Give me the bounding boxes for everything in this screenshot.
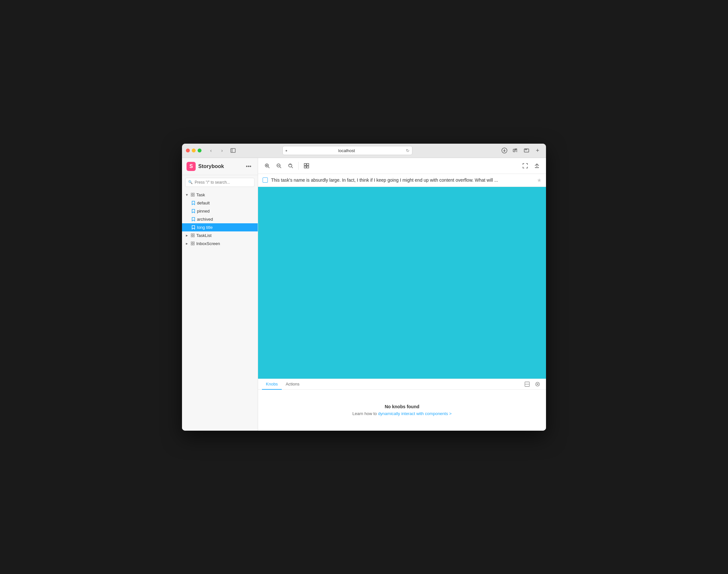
bottom-tabs: Knobs Actions	[258, 379, 546, 390]
tab-button[interactable]	[522, 146, 531, 155]
title-bar-right: +	[500, 146, 542, 155]
svg-line-21	[268, 167, 269, 168]
sidebar-item-default-label: default	[197, 201, 210, 205]
bottom-tab-right	[523, 380, 542, 389]
sidebar-item-pinned-label: pinned	[197, 209, 210, 213]
search-icon: 🔍	[188, 180, 193, 184]
zoom-out-button[interactable]	[274, 161, 284, 171]
more-dots: •••	[246, 163, 252, 169]
sidebar-item-long-title[interactable]: long title	[182, 223, 258, 232]
story-preview: This task's name is absurdly large. In f…	[258, 174, 546, 379]
task-checkbox[interactable]	[263, 177, 268, 183]
main-content: S Storybook ••• 🔍 ▼	[182, 158, 546, 430]
bottom-panel: Knobs Actions	[258, 379, 546, 430]
share-story-button[interactable]	[532, 161, 542, 171]
forward-button[interactable]: ›	[218, 146, 226, 155]
download-button[interactable]	[500, 146, 509, 155]
refresh-icon[interactable]: ↻	[406, 148, 410, 153]
maximize-button[interactable]	[198, 149, 202, 153]
sidebar-item-inboxscreen-label: InboxScreen	[196, 241, 220, 246]
url-text: localhost	[289, 148, 404, 153]
svg-rect-9	[193, 193, 195, 194]
back-button[interactable]: ‹	[207, 146, 215, 155]
svg-rect-17	[193, 242, 195, 243]
svg-rect-31	[304, 166, 306, 168]
tab-knobs[interactable]: Knobs	[262, 379, 282, 390]
right-panel: This task's name is absurdly large. In f…	[258, 158, 546, 430]
expand-icon-tasklist: ►	[185, 234, 189, 237]
svg-rect-18	[191, 244, 192, 245]
svg-rect-13	[193, 234, 195, 235]
sidebar-item-archived[interactable]: archived	[182, 215, 258, 223]
task-row: This task's name is absurdly large. In f…	[258, 174, 546, 187]
more-options-button[interactable]: •••	[244, 162, 253, 171]
storybook-logo: S	[186, 162, 196, 171]
share-button[interactable]	[511, 146, 520, 155]
sidebar: S Storybook ••• 🔍 ▼	[182, 158, 258, 430]
title-bar: ‹ › ● localhost ↻	[182, 144, 546, 158]
svg-rect-6	[524, 149, 529, 152]
story-toolbar	[258, 158, 546, 174]
sidebar-item-tasklist[interactable]: ► TaskList	[182, 232, 258, 240]
svg-line-28	[292, 167, 293, 168]
bottom-content: No knobs found Learn how to dynamically …	[258, 390, 546, 430]
bookmark-icon-long-title	[191, 225, 196, 230]
sidebar-toggle-button[interactable]	[229, 146, 237, 155]
toolbar-right	[520, 161, 542, 171]
svg-rect-29	[304, 163, 306, 165]
svg-rect-11	[193, 195, 195, 196]
tree-section: ▼ Task	[182, 190, 258, 249]
bookmark-icon	[191, 201, 196, 205]
sidebar-item-tasklist-label: TaskList	[196, 233, 212, 238]
search-input[interactable]	[195, 180, 252, 184]
zoom-reset-button[interactable]	[285, 161, 296, 171]
browser-window: ‹ › ● localhost ↻	[182, 144, 546, 430]
sidebar-header: S Storybook •••	[182, 158, 258, 175]
no-knobs-desc: Learn how to dynamically interact with c…	[352, 411, 452, 416]
star-icon[interactable]: ★	[537, 177, 542, 183]
svg-rect-19	[193, 244, 195, 245]
grid-icon-inboxscreen	[190, 242, 195, 245]
grid-icon-tasklist	[190, 233, 195, 237]
svg-rect-15	[193, 236, 195, 237]
new-tab-button[interactable]: +	[533, 146, 542, 155]
svg-rect-32	[307, 166, 309, 168]
sidebar-item-default[interactable]: default	[182, 199, 258, 207]
close-button[interactable]	[186, 149, 190, 153]
traffic-lights	[186, 149, 202, 153]
svg-rect-0	[231, 149, 235, 153]
sidebar-item-task-label: Task	[196, 193, 205, 197]
storybook-title: Storybook	[198, 163, 224, 169]
bookmark-icon-archived	[191, 217, 196, 221]
svg-rect-12	[191, 234, 192, 235]
sidebar-item-long-title-label: long title	[197, 225, 213, 230]
svg-rect-16	[191, 242, 192, 243]
svg-rect-10	[191, 195, 192, 196]
svg-rect-14	[191, 236, 192, 237]
minimize-button[interactable]	[192, 149, 196, 153]
toolbar-divider	[298, 162, 299, 170]
task-title-text: This task's name is absurdly large. In f…	[271, 177, 533, 183]
url-bar[interactable]: ● localhost ↻	[283, 146, 413, 155]
no-knobs-title: No knobs found	[385, 404, 420, 409]
preview-area	[258, 187, 546, 379]
split-pane-button[interactable]	[523, 380, 532, 389]
sidebar-item-inboxscreen[interactable]: ► InboxScreen	[182, 240, 258, 248]
grid-button[interactable]	[301, 161, 312, 171]
no-knobs-link[interactable]: dynamically interact with components >	[378, 411, 452, 416]
close-panel-button[interactable]	[533, 380, 542, 389]
expand-icon: ▼	[185, 193, 189, 197]
zoom-in-button[interactable]	[262, 161, 272, 171]
sidebar-item-pinned[interactable]: pinned	[182, 207, 258, 215]
fullscreen-button[interactable]	[520, 161, 530, 171]
sidebar-item-task[interactable]: ▼ Task	[182, 191, 258, 199]
search-bar[interactable]: 🔍	[185, 178, 254, 187]
lock-icon: ●	[285, 149, 288, 153]
sidebar-item-archived-label: archived	[197, 217, 213, 222]
svg-rect-30	[307, 163, 309, 165]
svg-rect-7	[525, 149, 527, 150]
grid-icon	[190, 193, 195, 197]
bookmark-icon-pinned	[191, 209, 196, 213]
tab-actions[interactable]: Actions	[282, 379, 304, 390]
logo-letter: S	[189, 163, 193, 169]
